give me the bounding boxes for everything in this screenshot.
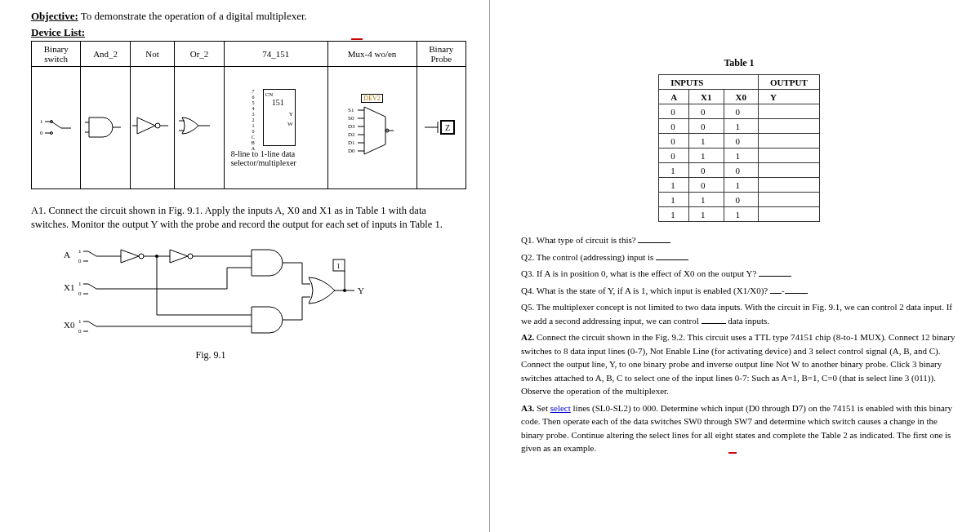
- table-row: 000: [659, 104, 820, 119]
- svg-text:1: 1: [40, 118, 43, 125]
- not-gate-icon: [132, 111, 173, 144]
- svg-text:X1: X1: [64, 282, 74, 292]
- th-a: A: [659, 90, 689, 104]
- th-inputs: INPUTS: [659, 75, 759, 90]
- th-y: Y: [759, 90, 820, 104]
- table-row: 111: [659, 207, 820, 222]
- th-x0: X0: [724, 90, 758, 104]
- table-row: 011: [659, 149, 820, 163]
- svg-text:X0: X0: [64, 320, 75, 330]
- device-table: Binary switch And_2 Not Or_2 74_151 Mux-…: [31, 41, 466, 189]
- cell-or2: [175, 67, 224, 189]
- svg-text:1: 1: [78, 318, 82, 325]
- svg-text:D2: D2: [348, 131, 355, 138]
- device-table-header-row: Binary switch And_2 Not Or_2 74_151 Mux-…: [32, 42, 466, 67]
- cell-74151: 7 6 5 4 3 2 1 0 C B A CN 151 Y W 8-line …: [224, 67, 327, 189]
- table-row: 110: [659, 193, 820, 207]
- device-list-label: Device List:: [31, 26, 466, 39]
- table-row: A X1 X0 Y: [659, 90, 820, 104]
- objective-label: Objective:: [31, 10, 78, 22]
- th-output: OUTPUT: [759, 75, 820, 90]
- fig-caption: Fig. 9.1: [64, 349, 358, 361]
- hdr-not: Not: [130, 42, 174, 67]
- svg-text:Y: Y: [358, 286, 364, 295]
- hdr-binary-probe: Binary Probe: [416, 42, 466, 67]
- th-x1: X1: [689, 90, 724, 104]
- select-link[interactable]: select: [550, 403, 571, 413]
- truth-table: INPUTS OUTPUT A X1 X0 Y 000 001 010 011 …: [658, 74, 820, 222]
- questions-block: Q1. What type of circuit is this? Q2. Th…: [521, 233, 957, 455]
- hdr-or2: Or_2: [175, 42, 224, 67]
- binary-switch-icon: 10: [40, 115, 73, 141]
- table-row: INPUTS OUTPUT: [659, 75, 820, 90]
- svg-text:1: 1: [78, 281, 82, 287]
- circuit-diagram-icon: A 10 X1 10 X0 10: [64, 243, 390, 341]
- svg-text:1: 1: [78, 248, 82, 255]
- hdr-binary-switch: Binary switch: [32, 42, 81, 67]
- q5: Q5. The multiplexer concept is not limit…: [521, 300, 957, 327]
- q4: Q4. What is the state of Y, if A is 1, w…: [521, 284, 957, 298]
- cell-and2: [81, 67, 130, 189]
- svg-text:0: 0: [78, 290, 82, 297]
- q1: Q1. What type of circuit is this?: [521, 233, 957, 247]
- chip-caption: 8-line to 1-line data selector/multiplex…: [226, 149, 326, 167]
- cell-binary-switch: 10: [32, 67, 81, 189]
- svg-line-4: [51, 122, 61, 128]
- svg-line-40: [88, 251, 96, 256]
- typo-mark-icon: [351, 38, 363, 40]
- svg-text:Z: Z: [445, 123, 450, 132]
- objective-line: Objective: To demonstrate the operation …: [31, 10, 466, 23]
- svg-line-54: [88, 284, 96, 289]
- hdr-mux4: Mux-4 wo/en: [327, 42, 416, 67]
- a1-instruction: A1. Connect the circuit shown in Fig. 9.…: [31, 204, 466, 232]
- svg-point-76: [343, 289, 346, 292]
- table1-caption: Table 1: [521, 57, 957, 69]
- hdr-and2: And_2: [81, 42, 130, 67]
- objective-text: To demonstrate the operation of a digita…: [78, 10, 307, 22]
- svg-line-64: [88, 321, 96, 326]
- typo-mark-icon: [728, 452, 737, 454]
- table-row: 010: [659, 134, 820, 149]
- and-gate-icon: [85, 111, 126, 144]
- svg-text:0: 0: [78, 328, 82, 335]
- svg-text:D0: D0: [348, 148, 355, 154]
- table-row: 100: [659, 163, 820, 178]
- page-right: Table 1 INPUTS OUTPUT A X1 X0 Y 000 001 …: [490, 0, 980, 532]
- cell-not: [130, 67, 174, 189]
- svg-text:0: 0: [40, 130, 43, 136]
- svg-text:S1: S1: [348, 107, 354, 113]
- chip-pin-labels: 7 6 5 4 3 2 1 0 C B A: [252, 89, 255, 152]
- svg-text:A: A: [64, 250, 70, 259]
- a3: A3. Set select lines (SL0-SL2) to 000. D…: [521, 401, 957, 455]
- table-row: 001: [659, 119, 820, 134]
- table-row: 101: [659, 178, 820, 193]
- or-gate-icon: [179, 111, 220, 144]
- svg-text:S0: S0: [348, 115, 354, 122]
- cell-binary-probe: Z: [416, 67, 466, 189]
- device-table-body-row: 10: [32, 67, 466, 189]
- q2: Q2. The control (addressing) input is: [521, 250, 957, 264]
- chip-74151-icon: CN 151 Y W: [263, 89, 296, 146]
- svg-text:D1: D1: [348, 140, 355, 146]
- mux4-icon: DEV2 S1 S0 D3 D2 D1 D0: [348, 95, 397, 161]
- fig-9-1: A 10 X1 10 X0 10: [31, 243, 466, 361]
- svg-text:0: 0: [78, 258, 82, 264]
- page-left: Objective: To demonstrate the operation …: [0, 0, 490, 532]
- a2: A2. Connect the circuit shown in the Fig…: [521, 330, 957, 398]
- hdr-74151: 74_151: [224, 42, 327, 67]
- svg-text:D3: D3: [348, 123, 355, 130]
- cell-mux4: DEV2 S1 S0 D3 D2 D1 D0: [327, 67, 416, 189]
- binary-probe-icon: Z: [425, 115, 457, 140]
- svg-text:1: 1: [336, 262, 341, 270]
- q3: Q3. If A is in position 0, what is the e…: [521, 267, 957, 281]
